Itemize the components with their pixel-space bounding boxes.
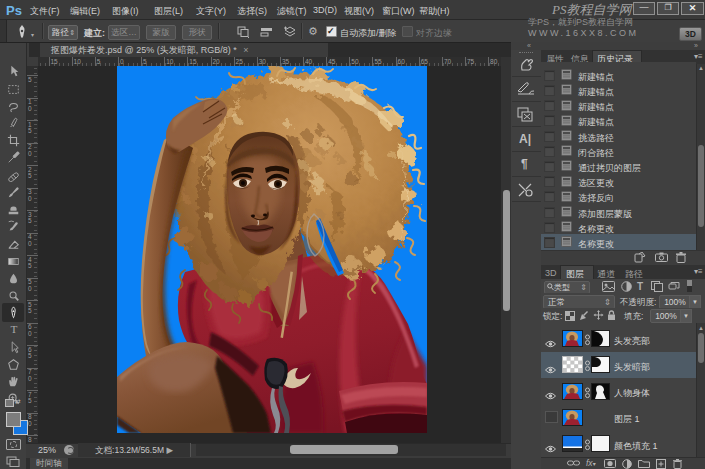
svg-text:T: T [10,323,17,335]
